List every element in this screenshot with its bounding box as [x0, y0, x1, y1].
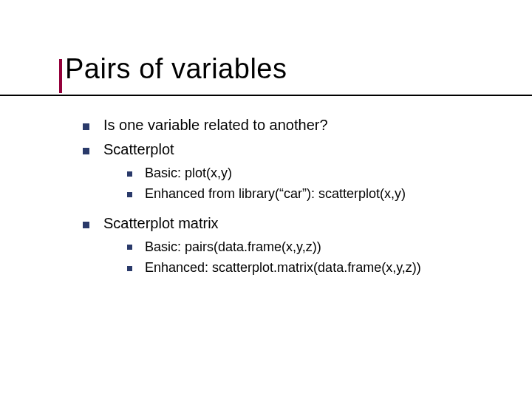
list-item: Scatterplot Basic: plot(x,y) Enhanced fr…	[83, 140, 497, 203]
list-item: Basic: plot(x,y)	[127, 164, 497, 182]
sub-bullet-list: Basic: pairs(data.frame(x,y,z)) Enhanced…	[103, 238, 497, 277]
list-item: Enhanced from library(“car”): scatterplo…	[127, 185, 497, 202]
bullet-text: Is one variable related to another?	[103, 117, 328, 133]
accent-bar	[59, 59, 62, 93]
list-item: Enhanced: scatterplot.matrix(data.frame(…	[127, 259, 497, 276]
list-item: Scatterplot matrix Basic: pairs(data.fra…	[83, 214, 497, 277]
sub-bullet-list: Basic: plot(x,y) Enhanced from library(“…	[103, 164, 497, 203]
title-block: Pairs of variables	[65, 53, 287, 85]
slide-body: Is one variable related to another? Scat…	[83, 115, 497, 287]
slide: Pairs of variables Is one variable relat…	[0, 0, 532, 399]
bullet-text: Enhanced: scatterplot.matrix(data.frame(…	[145, 260, 421, 275]
bullet-text: Enhanced from library(“car”): scatterplo…	[145, 186, 406, 201]
bullet-text: Scatterplot matrix	[103, 215, 219, 231]
list-item: Is one variable related to another?	[83, 115, 497, 135]
list-item: Basic: pairs(data.frame(x,y,z))	[127, 238, 497, 256]
bullet-list: Is one variable related to another? Scat…	[83, 115, 497, 276]
slide-title: Pairs of variables	[65, 53, 287, 85]
bullet-text: Scatterplot	[103, 141, 174, 157]
bullet-text: Basic: plot(x,y)	[145, 166, 232, 180]
bullet-text: Basic: pairs(data.frame(x,y,z))	[145, 239, 321, 254]
title-underline	[0, 95, 532, 96]
